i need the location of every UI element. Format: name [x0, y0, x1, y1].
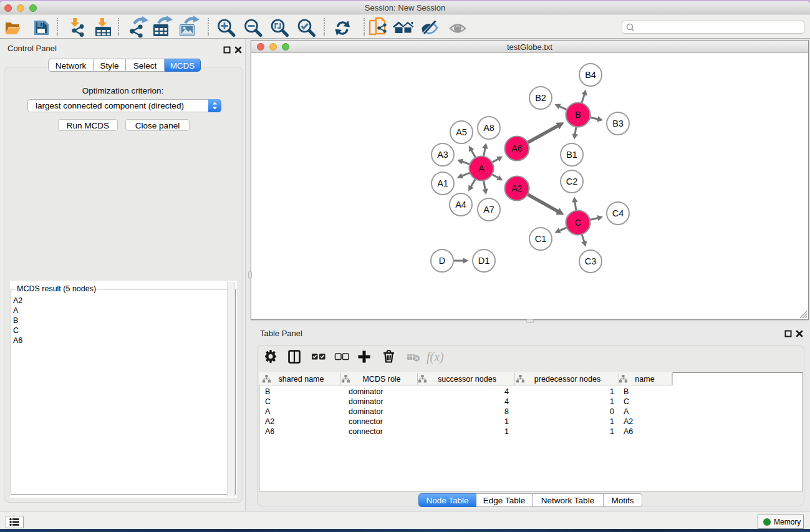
svg-text:f(x): f(x) [427, 350, 444, 364]
svg-text:1: 1 [610, 417, 614, 426]
svg-text:dominator: dominator [349, 387, 383, 396]
svg-text:B: B [575, 110, 581, 120]
svg-text:A4: A4 [455, 200, 466, 210]
svg-text:C1: C1 [535, 234, 547, 244]
svg-text:connector: connector [349, 417, 383, 426]
svg-text:A7: A7 [483, 205, 494, 215]
svg-text:B3: B3 [612, 118, 624, 128]
svg-text:A: A [624, 407, 629, 416]
svg-text:C: C [624, 397, 629, 406]
svg-text:A2: A2 [511, 183, 523, 193]
svg-text:B1: B1 [566, 150, 577, 160]
svg-text:A6: A6 [265, 427, 274, 436]
svg-text:1: 1 [610, 387, 614, 396]
svg-text:A6: A6 [624, 427, 633, 436]
svg-text:C2: C2 [566, 177, 578, 186]
svg-text:B4: B4 [585, 70, 596, 80]
svg-text:C: C [575, 218, 581, 228]
svg-text:A2: A2 [265, 417, 274, 426]
svg-text:A3: A3 [437, 150, 448, 160]
svg-text:successor nodes: successor nodes [438, 375, 496, 384]
svg-text:1: 1 [504, 427, 509, 436]
svg-text:name: name [635, 375, 654, 384]
svg-text:C: C [265, 397, 271, 406]
svg-text:B2: B2 [535, 93, 546, 103]
svg-text:dominator: dominator [349, 407, 383, 416]
svg-text:1: 1 [504, 417, 509, 426]
svg-text:connector: connector [349, 427, 383, 436]
svg-text:A5: A5 [456, 127, 467, 137]
svg-text:8: 8 [504, 407, 509, 416]
svg-text:1: 1 [610, 427, 614, 436]
svg-text:dominator: dominator [349, 397, 383, 406]
svg-text:A: A [478, 163, 485, 173]
svg-text:4: 4 [504, 397, 509, 406]
svg-text:MCDS role: MCDS role [362, 375, 400, 384]
svg-text:0: 0 [610, 407, 614, 416]
svg-text:predecessor nodes: predecessor nodes [534, 375, 600, 384]
svg-text:A8: A8 [483, 123, 494, 133]
svg-text:D: D [439, 256, 445, 266]
svg-text:B: B [265, 387, 270, 396]
svg-text:A2: A2 [624, 417, 633, 426]
svg-text:A1: A1 [437, 178, 448, 188]
svg-text:4: 4 [504, 387, 509, 396]
svg-text:C4: C4 [612, 208, 624, 218]
svg-text:A: A [265, 407, 271, 416]
svg-text:shared name: shared name [279, 375, 324, 384]
svg-text:1: 1 [610, 397, 614, 406]
svg-text:B: B [624, 387, 629, 396]
svg-text:C3: C3 [585, 256, 597, 266]
svg-text:A6: A6 [511, 143, 523, 153]
svg-text:D1: D1 [478, 256, 490, 266]
